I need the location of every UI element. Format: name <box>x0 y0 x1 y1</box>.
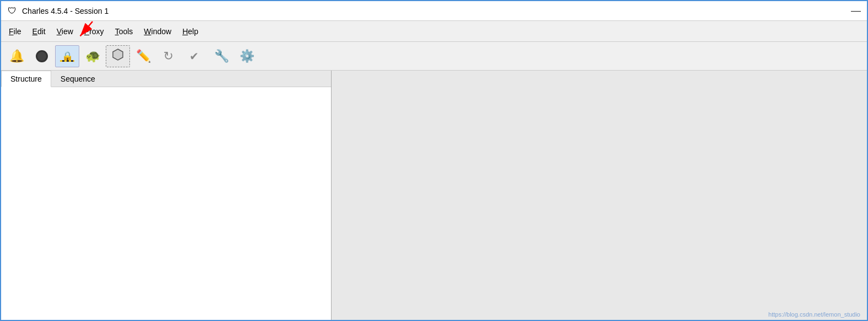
ssl-lock-icon: 🔒 <box>60 51 74 62</box>
clear-button[interactable]: 🔔 <box>4 45 29 67</box>
settings-button[interactable]: ⚙️ <box>235 45 259 67</box>
gear-icon: ⚙️ <box>240 49 254 63</box>
app-icon: 🛡 <box>7 6 18 17</box>
tab-structure[interactable]: Structure <box>1 71 51 87</box>
hexagon-icon <box>112 49 124 64</box>
tools-button[interactable]: 🔧 <box>209 45 234 67</box>
menu-file[interactable]: File <box>3 25 27 38</box>
compose-button[interactable]: ↺ <box>156 45 181 67</box>
throttle-button[interactable]: 🐢 <box>80 45 105 67</box>
ssl-proxy-button[interactable]: 🔒 <box>55 45 79 67</box>
svg-marker-2 <box>113 49 123 60</box>
window-title: Charles 4.5.4 - Session 1 <box>22 7 109 15</box>
menu-tools[interactable]: Tools <box>110 25 139 38</box>
pen-icon: ✏️ <box>136 49 151 63</box>
left-panel: Structure Sequence <box>1 71 332 321</box>
validate-button[interactable]: ✔ <box>182 45 206 67</box>
edit-button[interactable]: ✏️ <box>131 45 155 67</box>
record-button[interactable] <box>30 45 54 67</box>
record-icon <box>36 50 48 62</box>
main-area: Structure Sequence https://blog.csdn.net… <box>1 71 867 321</box>
menu-proxy[interactable]: Proxy <box>79 25 110 38</box>
right-panel: https://blog.csdn.net/lemon_studio <box>332 71 867 321</box>
left-content-area <box>1 87 331 321</box>
menu-edit[interactable]: Edit <box>27 25 51 38</box>
toolbar: 🔔 🔒 🐢 ✏️ ↺ ✔ 🔧 ⚙️ <box>1 42 867 71</box>
tab-bar: Structure Sequence <box>1 71 331 87</box>
tools-icon: 🔧 <box>214 49 229 63</box>
title-bar: 🛡 Charles 4.5.4 - Session 1 — <box>1 1 867 21</box>
bell-icon: 🔔 <box>9 49 24 63</box>
tab-sequence[interactable]: Sequence <box>51 71 105 87</box>
menu-view[interactable]: View <box>51 25 79 38</box>
menu-bar: File Edit View Proxy Tools Window Help <box>1 21 867 42</box>
minimize-button[interactable]: — <box>850 6 861 17</box>
menu-window[interactable]: Window <box>138 25 177 38</box>
watermark-text: https://blog.csdn.net/lemon_studio <box>768 311 860 318</box>
breakpoints-button[interactable] <box>106 45 130 67</box>
refresh-icon: ↺ <box>164 49 173 63</box>
check-icon: ✔ <box>189 50 199 63</box>
menu-help[interactable]: Help <box>177 25 204 38</box>
turtle-icon: 🐢 <box>85 49 100 63</box>
